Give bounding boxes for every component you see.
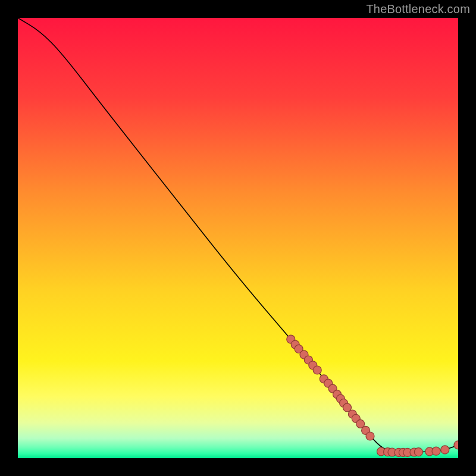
chart-frame: TheBottleneck.com	[0, 0, 476, 476]
watermark-text: TheBottleneck.com	[366, 2, 470, 16]
data-point	[366, 432, 374, 440]
plot-background	[18, 18, 458, 458]
data-point	[432, 447, 440, 455]
bottleneck-chart	[18, 18, 458, 458]
data-point	[441, 446, 449, 454]
data-point	[414, 448, 422, 456]
data-point	[313, 366, 321, 374]
